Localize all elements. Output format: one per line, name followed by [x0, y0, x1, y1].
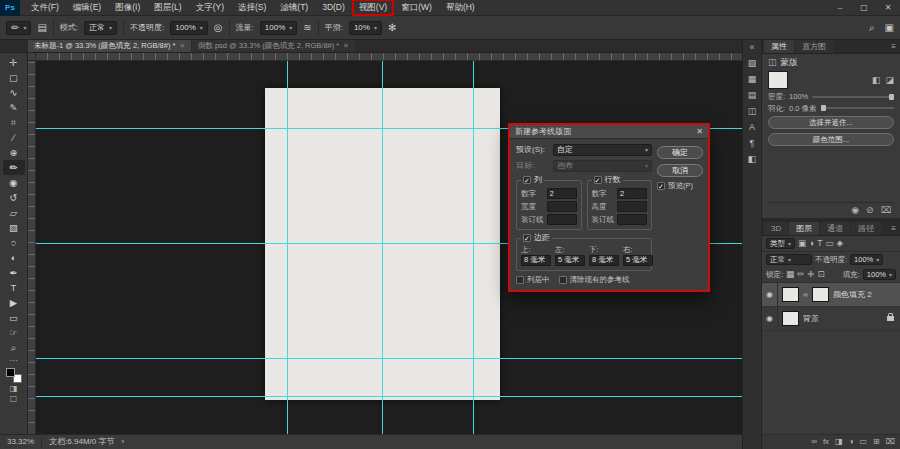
- canvas-area[interactable]: 新建参考线版面 ✕ 预设(S): 自定 ▾: [28, 53, 742, 434]
- tab-histogram[interactable]: 直方图: [795, 40, 833, 53]
- clear-existing-guides-checkbox[interactable]: [559, 276, 567, 284]
- tool-history-brush[interactable]: ↺: [3, 190, 25, 205]
- preview-option[interactable]: 预览(P): [657, 182, 703, 190]
- ruler-corner[interactable]: [28, 53, 36, 61]
- invert-mask-icon[interactable]: ⊘: [866, 206, 874, 215]
- tool-shape[interactable]: ▭: [3, 310, 25, 325]
- feather-value[interactable]: 0.0 像素: [789, 105, 817, 113]
- tool-clone-stamp[interactable]: ◉: [3, 175, 25, 190]
- filter-type-layers-icon[interactable]: T: [817, 239, 822, 248]
- menu-edit[interactable]: 编辑(E): [66, 0, 108, 16]
- menu-select[interactable]: 选择(S): [231, 0, 273, 16]
- rows-checkbox[interactable]: [594, 176, 602, 184]
- close-button[interactable]: ✕: [876, 0, 900, 16]
- guide-vertical[interactable]: [473, 61, 474, 434]
- tab-paths[interactable]: 路径: [851, 222, 881, 235]
- layer-filter-select[interactable]: 类型 ▾: [766, 238, 795, 249]
- preview-checkbox[interactable]: [657, 182, 665, 190]
- tab-channels[interactable]: 通道: [820, 222, 850, 235]
- layer-mask-thumbnail[interactable]: [812, 287, 829, 302]
- menu-help[interactable]: 帮助(H): [439, 0, 482, 16]
- filter-adjustment-layers-icon[interactable]: ◑: [809, 239, 814, 248]
- color-panel-icon[interactable]: ▨: [748, 59, 757, 68]
- dialog-title-bar[interactable]: 新建参考线版面 ✕: [510, 125, 708, 139]
- vertical-ruler[interactable]: [28, 61, 36, 434]
- gradients-panel-icon[interactable]: ▤: [748, 91, 757, 100]
- margin-left-input[interactable]: [555, 255, 585, 266]
- columns-number-input[interactable]: [547, 188, 577, 199]
- horizontal-ruler[interactable]: [36, 53, 742, 61]
- margin-checkbox[interactable]: [523, 234, 531, 242]
- menu-type[interactable]: 文字(Y): [189, 0, 231, 16]
- tool-brush[interactable]: ✏: [3, 160, 25, 175]
- fill-field[interactable]: 100% ▾: [863, 269, 896, 280]
- density-value[interactable]: 100%: [789, 93, 808, 101]
- airbrush-icon[interactable]: ≋: [303, 23, 311, 33]
- apply-mask-icon[interactable]: ◉: [851, 206, 859, 215]
- maximize-button[interactable]: ▢: [852, 0, 876, 16]
- tool-blur[interactable]: ○: [3, 235, 25, 250]
- guide-horizontal[interactable]: [36, 358, 742, 359]
- layer-row-background[interactable]: ◉ 背景: [762, 307, 900, 331]
- tool-healing[interactable]: ⊕: [3, 145, 25, 160]
- color-swatches[interactable]: [6, 368, 22, 383]
- foreground-color-swatch[interactable]: [6, 368, 15, 377]
- menu-file[interactable]: 文件(F): [24, 0, 66, 16]
- tab-close-icon[interactable]: ✕: [179, 43, 184, 50]
- panel-menu-icon[interactable]: ≡: [887, 225, 900, 233]
- delete-layer-icon[interactable]: ⌧: [886, 438, 895, 446]
- screen-mode-icon[interactable]: ▢: [10, 395, 18, 403]
- layer-name[interactable]: 背景: [803, 315, 819, 323]
- layer-style-icon[interactable]: fx: [823, 438, 829, 446]
- minimize-button[interactable]: –: [828, 0, 852, 16]
- layer-opacity-field[interactable]: 100% ▾: [850, 254, 883, 265]
- blend-mode-option-select[interactable]: 正常 ▾: [84, 21, 117, 35]
- tool-move[interactable]: ✛: [3, 55, 25, 70]
- status-chevron-icon[interactable]: ›: [122, 438, 125, 446]
- edit-toolbar-icon[interactable]: ⋯: [10, 357, 18, 365]
- lock-pixels-icon[interactable]: ✏: [797, 270, 804, 279]
- delete-mask-icon[interactable]: ⌧: [881, 206, 891, 215]
- toggle-brush-panel-icon[interactable]: ▤: [37, 23, 46, 33]
- margin-right-input[interactable]: [623, 255, 653, 266]
- clear-existing-guides-option[interactable]: 清除现有的参考线: [559, 276, 630, 284]
- tool-hand[interactable]: ☞: [3, 325, 25, 340]
- zoom-level-field[interactable]: 33.32%: [7, 438, 34, 446]
- adjustment-layer-icon[interactable]: ◑: [849, 438, 854, 446]
- layer-visibility-toggle[interactable]: ◉: [762, 283, 778, 306]
- mask-thumbnail[interactable]: [768, 71, 788, 89]
- quick-mask-icon[interactable]: ◨: [10, 385, 18, 393]
- filter-pixel-layers-icon[interactable]: ▣: [798, 239, 806, 248]
- document-tab-untitled[interactable]: 未标题-1 @ 33.3% (颜色填充 2, RGB/8#) * ✕: [28, 40, 191, 52]
- search-icon[interactable]: ⌕: [869, 23, 875, 33]
- lock-all-icon[interactable]: ⊡: [817, 270, 824, 279]
- smoothing-option-field[interactable]: 10% ▾: [349, 21, 382, 35]
- layer-row-color-fill[interactable]: ◉ ∞ 颜色填充 2: [762, 283, 900, 307]
- tool-pen[interactable]: ✒: [3, 265, 25, 280]
- document-tab-daoshu[interactable]: 倒数.psd @ 33.3% (颜色填充 2, RGB/8#) * ✕: [192, 40, 355, 52]
- tool-lasso[interactable]: ∿: [3, 85, 25, 100]
- margin-bottom-input[interactable]: [589, 255, 619, 266]
- menu-layer[interactable]: 图层(L): [147, 0, 188, 16]
- layer-name[interactable]: 颜色填充 2: [833, 291, 872, 299]
- link-layers-icon[interactable]: ∞: [811, 438, 817, 446]
- columns-width-input[interactable]: [547, 201, 577, 212]
- new-group-icon[interactable]: ▭: [860, 438, 868, 446]
- blend-mode-select[interactable]: 正常 ▾: [766, 254, 812, 265]
- select-and-mask-button[interactable]: 选择并遮住...: [768, 116, 894, 129]
- tool-dodge[interactable]: ◐: [3, 250, 25, 265]
- tool-quick-select[interactable]: ✎: [3, 100, 25, 115]
- tool-type[interactable]: T: [3, 280, 25, 295]
- collapse-dock-icon[interactable]: «: [749, 43, 754, 52]
- columns-checkbox[interactable]: [523, 176, 531, 184]
- cancel-button[interactable]: 取消: [657, 164, 703, 177]
- workspace-switcher-icon[interactable]: ▣: [885, 23, 894, 33]
- preset-select[interactable]: 自定 ▾: [553, 144, 652, 156]
- filter-smart-object-icon[interactable]: ◈: [836, 239, 843, 248]
- patterns-panel-icon[interactable]: ◫: [748, 107, 757, 116]
- vector-mask-icon[interactable]: ◪: [885, 76, 894, 85]
- paragraph-panel-icon[interactable]: ¶: [750, 139, 755, 148]
- rows-gutter-input[interactable]: [617, 214, 647, 225]
- tool-gradient[interactable]: ▧: [3, 220, 25, 235]
- tab-layers[interactable]: 图层: [789, 222, 819, 235]
